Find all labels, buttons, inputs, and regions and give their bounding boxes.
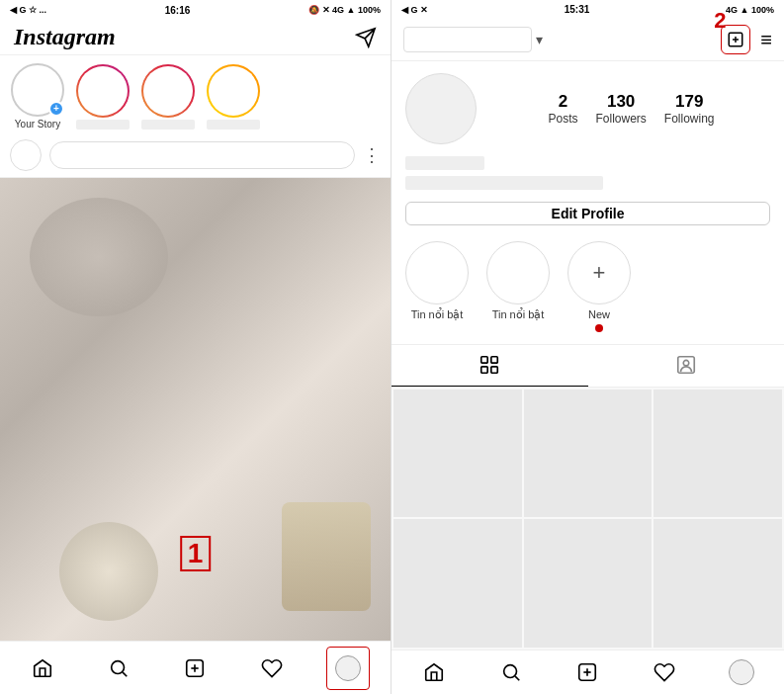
status-left-info-right: ◀ G ✕ [401, 5, 428, 15]
step2-number: 2 [714, 8, 726, 34]
svg-rect-8 [481, 357, 487, 363]
profile-stats: 2 Posts 130 Followers 179 Following [492, 92, 770, 126]
send-icon[interactable] [355, 27, 377, 48]
status-right-info-left: 🔕 ✕ 4G ▲ 100% [308, 5, 381, 15]
story-add-plus: + [48, 101, 64, 117]
svg-rect-11 [491, 367, 497, 373]
nav-add-right[interactable] [566, 651, 609, 694]
story-item-3[interactable] [204, 64, 263, 130]
food-cup [59, 522, 158, 621]
highlight-label-1: Tin nổi bật [411, 308, 464, 321]
svg-rect-9 [491, 357, 497, 363]
story-label-2 [141, 120, 195, 130]
followers-count: 130 [607, 92, 635, 112]
search-icon-left [108, 657, 130, 679]
nav-heart-right[interactable] [643, 651, 686, 694]
status-bar-left: ◀ G ☆ ... 16:16 🔕 ✕ 4G ▲ 100% [0, 0, 391, 20]
nav-search-left[interactable] [97, 647, 140, 690]
grid-icon [479, 354, 500, 376]
stories-row: + Your Story [0, 55, 391, 133]
edit-profile-button[interactable]: Edit Profile [405, 202, 770, 225]
highlight-label-2: Tin nổi bật [492, 308, 545, 321]
your-story-label: Your Story [15, 119, 60, 130]
left-phone: ◀ G ☆ ... 16:16 🔕 ✕ 4G ▲ 100% Instagram … [0, 0, 392, 694]
profile-bio-section [392, 156, 784, 198]
heart-icon-left [261, 657, 283, 679]
nav-profile-left[interactable] [326, 647, 370, 690]
highlight-item-2[interactable]: Tin nổi bật [486, 241, 550, 332]
bottom-nav-left [0, 641, 391, 694]
grid-cell-3[interactable] [653, 390, 782, 518]
profile-avatar-nav-right [729, 659, 754, 685]
highlight-circle-2[interactable] [486, 241, 550, 304]
profile-info-row: 2 Posts 130 Followers 179 Following [392, 61, 784, 156]
hamburger-icon[interactable]: ≡ [760, 29, 772, 51]
following-count: 179 [675, 92, 703, 112]
following-stat[interactable]: 179 Following [664, 92, 715, 126]
nav-add-left[interactable] [173, 647, 217, 690]
story-circle-1[interactable] [76, 64, 130, 118]
chevron-down-icon: ▾ [536, 32, 543, 47]
food-bottle [282, 502, 371, 611]
more-options-icon[interactable]: ⋮ [363, 144, 381, 166]
nav-home-left[interactable] [21, 647, 64, 690]
composer-avatar [10, 139, 42, 171]
svg-line-15 [515, 676, 519, 680]
nav-home-right[interactable] [412, 651, 456, 694]
grid-cell-4[interactable] [393, 519, 522, 648]
highlight-item-1[interactable]: Tin nổi bật [405, 241, 469, 332]
svg-point-13 [683, 361, 689, 367]
status-time-left: 16:16 [165, 5, 191, 16]
header-icons [355, 27, 377, 48]
profile-avatar-nav-left [335, 655, 361, 681]
nav-search-right[interactable] [489, 651, 533, 694]
story-circle-3[interactable] [207, 64, 260, 118]
following-label: Following [664, 112, 715, 126]
story-item-1[interactable] [73, 64, 132, 130]
right-phone: ◀ G ✕ 15:31 4G ▲ 100% ▾ 2 ≡ 2 [392, 0, 784, 694]
bio-name-placeholder [405, 156, 484, 170]
posts-stat[interactable]: 2 Posts [548, 92, 577, 126]
tab-tagged[interactable] [588, 345, 785, 387]
highlights-row: Tin nổi bật Tin nổi bật + New [392, 235, 784, 344]
username-dropdown[interactable]: ▾ [403, 27, 543, 52]
highlight-circle-new[interactable]: + [567, 241, 631, 304]
followers-stat[interactable]: 130 Followers [595, 92, 646, 126]
story-your[interactable]: + Your Story [8, 63, 67, 130]
add-icon-right [576, 661, 598, 683]
new-highlight-plus: + [593, 260, 606, 286]
svg-line-1 [123, 672, 127, 676]
search-icon-right [500, 661, 522, 683]
new-highlight-dot [595, 324, 603, 332]
status-right-info-right: 4G ▲ 100% [726, 5, 774, 15]
grid-cell-6[interactable] [653, 519, 782, 648]
nav-heart-left[interactable] [250, 647, 294, 690]
feed-image: 1 [0, 178, 391, 641]
grid-cell-2[interactable] [524, 390, 653, 518]
tab-grid[interactable] [392, 345, 588, 387]
add-post-button[interactable]: 2 [721, 25, 750, 54]
heart-icon-right [653, 661, 675, 683]
your-story-circle[interactable]: + [11, 63, 64, 117]
story-item-2[interactable] [138, 64, 198, 130]
profile-image-grid [392, 388, 784, 650]
story-label-1 [76, 120, 130, 130]
step1-number: 1 [188, 538, 204, 568]
username-box [403, 27, 532, 52]
svg-point-0 [112, 660, 125, 673]
bio-text-placeholder [405, 176, 603, 190]
highlight-item-new[interactable]: + New [567, 241, 631, 332]
profile-tabs [392, 344, 784, 388]
profile-avatar-large [405, 73, 477, 144]
add-icon-left [184, 657, 206, 679]
grid-cell-5[interactable] [524, 519, 653, 648]
story-circle-2[interactable] [141, 64, 195, 118]
composer-input-box[interactable] [49, 141, 355, 169]
highlight-circle-1[interactable] [405, 241, 469, 304]
nav-profile-right[interactable] [720, 651, 763, 694]
tag-person-icon [675, 354, 697, 376]
step1-indicator: 1 [180, 536, 212, 571]
grid-cell-1[interactable] [393, 390, 522, 518]
posts-label: Posts [548, 112, 577, 126]
header-right-icons: 2 ≡ [721, 25, 772, 54]
